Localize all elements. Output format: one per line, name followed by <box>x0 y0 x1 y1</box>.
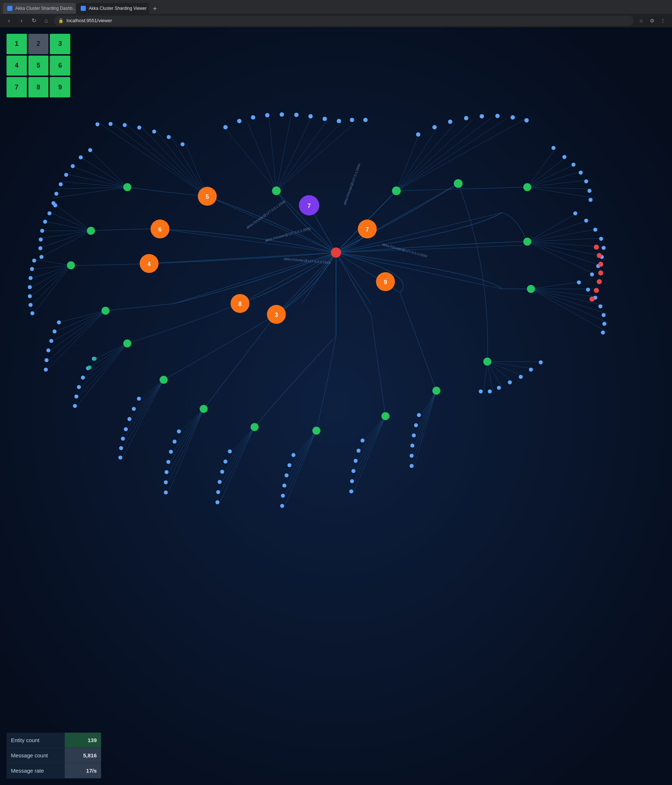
back-button[interactable]: ‹ <box>5 16 14 25</box>
entity-count-row: Entity count 139 <box>6 733 101 748</box>
svg-point-288 <box>381 412 390 420</box>
svg-point-193 <box>132 407 136 411</box>
svg-point-184 <box>45 358 49 362</box>
svg-point-269 <box>598 271 603 275</box>
svg-point-278 <box>454 179 462 188</box>
svg-point-140 <box>223 125 228 129</box>
svg-point-251 <box>590 272 594 277</box>
stats-panel: Entity count 139 Message count 5,816 Mes… <box>6 733 101 779</box>
svg-point-273 <box>93 357 97 361</box>
shard-cell-8[interactable]: 8 <box>28 77 49 97</box>
shard-cell-6[interactable]: 6 <box>50 56 70 76</box>
svg-point-268 <box>598 262 603 267</box>
svg-text:8: 8 <box>238 301 242 307</box>
forward-button[interactable]: › <box>17 16 26 25</box>
svg-point-164 <box>55 192 58 196</box>
shard-cell-2[interactable]: 2 <box>28 34 49 54</box>
svg-point-254 <box>572 163 576 167</box>
svg-point-233 <box>508 380 512 385</box>
bookmark-icon[interactable]: ☆ <box>636 16 646 25</box>
cluster-visualization: 5 6 4 8 3 7 7 9 akka://cluster@127.0.0.1… <box>0 27 672 785</box>
home-button[interactable]: ⌂ <box>41 16 51 25</box>
svg-point-150 <box>363 118 368 122</box>
svg-point-243 <box>601 331 605 335</box>
svg-text:7: 7 <box>308 203 311 209</box>
svg-point-212 <box>291 453 296 457</box>
svg-point-163 <box>59 183 63 186</box>
svg-point-248 <box>602 246 606 250</box>
svg-point-167 <box>48 211 52 216</box>
svg-point-229 <box>410 464 414 468</box>
tab-favicon-1 <box>7 6 13 11</box>
svg-point-234 <box>519 375 523 379</box>
svg-point-188 <box>81 376 85 380</box>
svg-point-231 <box>488 389 492 394</box>
shard-cell-1[interactable]: 1 <box>6 34 27 54</box>
svg-point-205 <box>164 491 168 495</box>
tab-bar: Akka Cluster Sharding Dashb... ✕ Akka Cl… <box>0 0 672 14</box>
svg-point-147 <box>323 117 327 121</box>
message-count-row: Message count 5,816 <box>6 748 101 763</box>
svg-point-219 <box>357 449 361 453</box>
svg-point-292 <box>523 238 531 246</box>
svg-point-267 <box>597 253 602 258</box>
svg-point-235 <box>529 368 533 372</box>
svg-point-258 <box>589 198 593 202</box>
svg-point-214 <box>285 474 289 477</box>
svg-point-207 <box>224 460 228 464</box>
svg-point-264 <box>109 122 113 126</box>
svg-point-195 <box>124 427 128 432</box>
svg-point-162 <box>64 173 68 177</box>
address-bar[interactable]: 🔒 localhost:9551/viewer <box>54 16 633 26</box>
shard-cell-4[interactable]: 4 <box>6 56 27 76</box>
svg-point-204 <box>164 480 168 485</box>
svg-point-183 <box>47 349 50 352</box>
tab-dashboard[interactable]: Akka Cluster Sharding Dashb... ✕ <box>3 3 76 14</box>
svg-point-265 <box>96 122 100 127</box>
new-tab-button[interactable]: + <box>150 4 160 14</box>
svg-point-310 <box>331 247 341 258</box>
svg-point-199 <box>177 430 181 433</box>
svg-point-228 <box>410 454 414 458</box>
address-text: localhost:9551/viewer <box>67 18 112 23</box>
svg-text:5: 5 <box>206 194 209 200</box>
extensions-icon[interactable]: ⚙ <box>647 16 657 25</box>
svg-text:4: 4 <box>148 261 151 267</box>
svg-point-185 <box>44 368 48 372</box>
tab-favicon-2 <box>81 6 86 11</box>
svg-point-173 <box>32 259 36 263</box>
shard-cell-3[interactable]: 3 <box>50 34 70 54</box>
shard-cell-5[interactable]: 5 <box>28 56 49 76</box>
svg-point-210 <box>216 490 220 494</box>
svg-point-174 <box>30 267 34 271</box>
svg-point-200 <box>173 440 177 444</box>
svg-point-218 <box>361 439 365 443</box>
svg-point-211 <box>216 500 219 504</box>
svg-point-175 <box>29 276 33 280</box>
tab-viewer[interactable]: Akka Cluster Sharding Viewer ✕ <box>76 3 149 14</box>
svg-point-290 <box>483 358 491 366</box>
svg-point-216 <box>281 494 285 498</box>
shard-cell-7[interactable]: 7 <box>6 77 27 97</box>
svg-point-151 <box>416 132 420 137</box>
menu-icon[interactable]: ⋮ <box>658 16 667 25</box>
svg-point-220 <box>354 459 358 463</box>
svg-point-191 <box>73 404 77 408</box>
svg-point-160 <box>79 156 83 160</box>
svg-point-158 <box>524 118 529 122</box>
svg-point-253 <box>562 155 567 159</box>
svg-point-221 <box>352 469 356 473</box>
tab-label-1: Akka Cluster Sharding Dashb... <box>15 6 76 11</box>
svg-point-153 <box>448 120 453 124</box>
svg-point-177 <box>28 294 32 299</box>
message-rate-row: Message rate 17/s <box>6 763 101 779</box>
svg-point-230 <box>479 389 483 394</box>
reload-button[interactable]: ↻ <box>29 16 39 25</box>
svg-point-291 <box>523 183 531 191</box>
svg-point-172 <box>40 255 44 259</box>
shard-cell-9[interactable]: 9 <box>50 77 70 97</box>
svg-point-217 <box>280 504 284 508</box>
svg-point-257 <box>587 189 592 193</box>
svg-point-223 <box>349 489 354 494</box>
svg-point-203 <box>165 470 169 474</box>
